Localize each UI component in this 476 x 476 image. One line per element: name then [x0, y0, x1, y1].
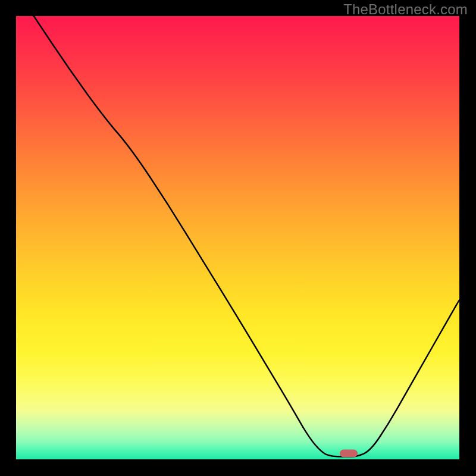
frame: TheBottleneck.com [0, 0, 476, 476]
watermark-text: TheBottleneck.com [343, 1, 468, 18]
optimal-marker [340, 450, 358, 458]
plot-area [16, 16, 459, 459]
curve-path [34, 16, 459, 457]
bottleneck-curve [16, 16, 459, 459]
